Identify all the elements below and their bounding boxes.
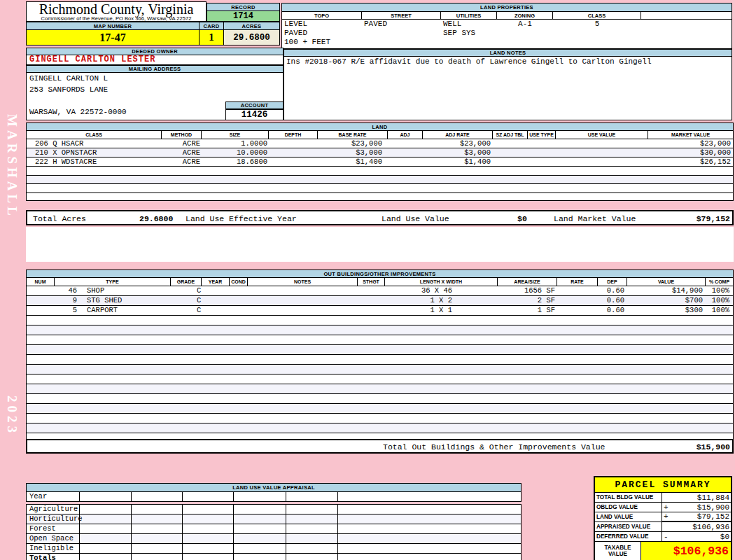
parcel-summary-title: PARCEL SUMMARY xyxy=(595,477,731,493)
cell-length-width: 1 X 1 xyxy=(382,306,452,314)
account-value: 11426 xyxy=(225,109,284,120)
row-label: TOTAL BLDG VALUE xyxy=(595,493,662,502)
col-depth: DEPTH xyxy=(269,131,318,139)
land-market-value-label: Land Market Value xyxy=(554,214,636,223)
topo-value-1: LEVEL xyxy=(284,20,307,28)
land-totals-row: Total Acres 29.6800 Land Use Effective Y… xyxy=(26,210,734,225)
taxable-value: $106,936 xyxy=(641,542,731,560)
row-label: Open Space xyxy=(27,534,80,543)
utilities-value-2: SEP SYS xyxy=(443,29,475,37)
col-sthgt: STHGT xyxy=(358,278,385,286)
land-notes-text: Ins #2018-067 R/E affidavit due to death… xyxy=(284,57,732,120)
address-line: 253 SANFORDS LANE xyxy=(29,85,283,97)
card-value: 1 xyxy=(199,29,224,46)
col-num: NUM xyxy=(27,278,55,286)
cell-size: 10.0000 xyxy=(197,148,267,157)
land-table-title: LAND xyxy=(27,123,733,131)
col-comp: % COMP xyxy=(706,278,733,286)
mailing-address-label: MAILING ADDRESS xyxy=(26,65,284,73)
summary-row-taxable: TAXABLE VALUE $106,936 xyxy=(595,542,731,560)
cell-market-value: $23,000 xyxy=(661,139,731,148)
land-use-appraisal-table: LAND USE VALUE APPRAISAL Year Agricultur… xyxy=(26,483,522,560)
taxable-label: TAXABLE VALUE xyxy=(595,542,641,560)
col-use-type: USE TYPE xyxy=(528,131,556,139)
total-acres-value: 29.6800 xyxy=(139,214,173,223)
cell-grade: C xyxy=(197,306,201,314)
taxable-label-line1: TAXABLE xyxy=(604,545,631,551)
cell-length-width: 1 X 2 xyxy=(382,296,452,304)
out-buildings-total-label: Total Out Buildings & Other Improvements… xyxy=(383,442,605,451)
land-row: 222 H WDSTACRE ACRE 18.6800 $1,400 $1,40… xyxy=(27,158,733,167)
class-value: 5 xyxy=(553,20,641,28)
cell-length-width: 36 X 46 xyxy=(382,286,452,295)
summary-row-appraised: APPRAISED VALUE $106,936 xyxy=(595,522,731,532)
cell-market-value: $30,000 xyxy=(661,148,731,157)
cell-type: SHOP xyxy=(87,286,104,295)
cell-market-value: $26,152 xyxy=(661,158,731,166)
col-base-rate: BASE RATE xyxy=(318,131,388,139)
cell-num: 46 xyxy=(41,286,77,295)
total-acres-label: Total Acres xyxy=(33,214,86,223)
col-topo: TOPO xyxy=(282,12,362,20)
row-value: $11,884 xyxy=(671,493,729,502)
col-class: CLASS xyxy=(27,131,162,139)
cell-comp: 100% xyxy=(701,306,729,314)
account-label: ACCOUNT xyxy=(225,102,284,109)
cell-comp: 100% xyxy=(701,286,729,295)
cell-adj-rate: $3,000 xyxy=(421,148,491,157)
cell-class: 222 H WDSTACRE xyxy=(35,158,97,166)
col-class: CLASS xyxy=(553,12,641,20)
street-value: PAVED xyxy=(364,20,387,28)
col-cond: COND xyxy=(230,278,248,286)
county-title-block: Richmond County, Virginia Commissioner o… xyxy=(26,1,206,22)
cell-base-rate: $1,400 xyxy=(312,158,382,166)
address-line: GINGELL CARLTON L xyxy=(29,74,283,85)
cell-class: 210 X OPNSTACR xyxy=(35,148,97,157)
effective-year-label: Land Use Effective Year xyxy=(186,214,297,223)
col-adj-rate: ADJ RATE xyxy=(423,131,493,139)
row-value: $0 xyxy=(671,533,729,541)
cell-value: $300 xyxy=(633,306,703,314)
col-grade: GRADE xyxy=(171,278,202,286)
spacer-block xyxy=(26,227,734,262)
row-label: DEFERRED VALUE xyxy=(595,532,662,541)
col-type: TYPE xyxy=(55,278,171,286)
cell-size: 1.0000 xyxy=(197,139,267,148)
cell-method: ACRE xyxy=(165,148,200,157)
row-operator: + xyxy=(664,512,671,521)
county-title: Richmond County, Virginia xyxy=(27,2,206,16)
col-street: STREET xyxy=(362,12,441,20)
cell-dep: 0.60 xyxy=(582,286,624,295)
cell-adj-rate: $23,000 xyxy=(421,139,491,148)
land-properties-columns: TOPO STREET UTILITIES ZONING CLASS xyxy=(281,12,732,20)
land-table-header: CLASS METHOD SIZE DEPTH BASE RATE ADJ AD… xyxy=(27,131,733,139)
row-label: Ineligible xyxy=(27,544,80,553)
cell-class: 206 Q HSACR xyxy=(35,139,83,148)
row-label: LAND VALUE xyxy=(595,512,662,522)
cell-grade: C xyxy=(197,286,201,295)
cell-adj-rate: $1,400 xyxy=(421,158,491,166)
col-year: YEAR xyxy=(202,278,230,286)
year-watermark: 2023 xyxy=(4,396,20,436)
col-size: SIZE xyxy=(202,131,269,139)
cell-method: ACRE xyxy=(165,139,200,148)
out-buildings-total-row: Total Out Buildings & Other Improvements… xyxy=(26,439,734,454)
cell-grade: C xyxy=(197,296,201,304)
cell-dep: 0.60 xyxy=(582,306,624,314)
county-subtitle: Commissioner of the Revenue, PO Box 366,… xyxy=(27,16,206,22)
out-buildings-empty-rows xyxy=(27,316,733,442)
cell-value: $700 xyxy=(633,296,703,304)
col-rate: RATE xyxy=(557,278,598,286)
cell-size: 18.6800 xyxy=(197,158,267,166)
row-label: Forest xyxy=(27,524,80,533)
topo-value-3: 100 + FEET xyxy=(284,38,330,46)
land-row: 210 X OPNSTACR ACRE 10.0000 $3,000 $3,00… xyxy=(27,148,733,158)
summary-row-land: LAND VALUE +$79,152 xyxy=(595,512,731,522)
col-spacer xyxy=(641,12,732,20)
land-table: LAND CLASS METHOD SIZE DEPTH BASE RATE A… xyxy=(26,122,734,185)
out-building-row: 5 CARPORT C 1 X 1 1 SF 0.60 $300 100% xyxy=(27,306,733,316)
out-building-row: 46 SHOP C 36 X 46 1656 SF 0.60 $14,900 1… xyxy=(27,286,733,296)
cell-num: 9 xyxy=(41,296,77,304)
land-properties-values: LEVEL PAVED 100 + FEET PAVED WELL SEP SY… xyxy=(281,20,732,49)
vendor-watermark: MARSHALL xyxy=(4,114,20,219)
